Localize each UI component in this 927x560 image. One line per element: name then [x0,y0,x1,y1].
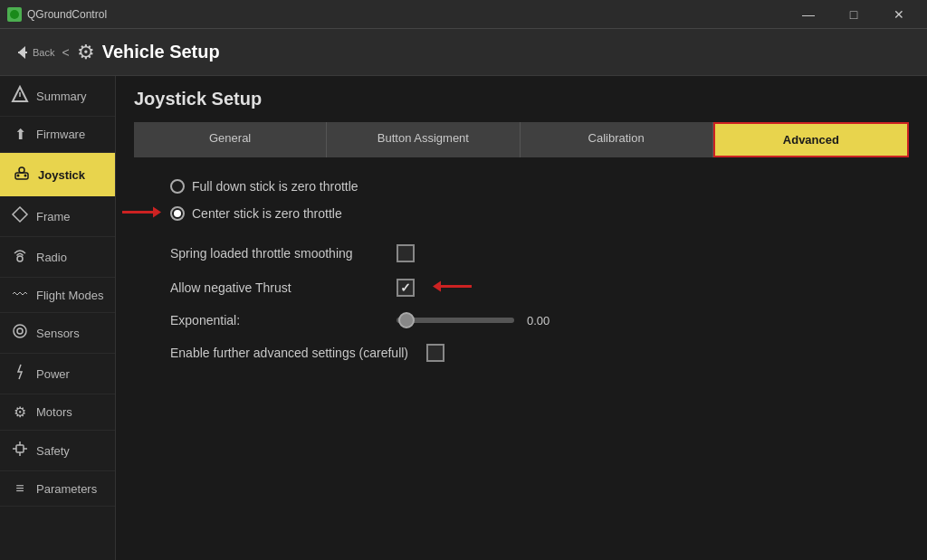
spring-loaded-row: Spring loaded throttle smoothing [170,244,909,262]
spring-loaded-label: Spring loaded throttle smoothing [170,246,378,261]
svg-point-10 [17,256,23,261]
allow-negative-label: Allow negative Thrust [170,280,378,295]
center-arrow-indicator [120,202,161,226]
full-down-throttle-option[interactable]: Full down stick is zero throttle [170,179,909,194]
svg-point-8 [24,175,27,177]
exponential-value: 0.00 [527,314,559,327]
back-button[interactable]: Back [13,44,54,61]
svg-point-6 [19,167,24,173]
sidebar-item-power[interactable]: Power [0,354,115,394]
svg-marker-21 [433,281,441,292]
negative-thrust-arrow-indicator [433,276,473,300]
safety-icon [11,440,29,461]
back-label: Back [33,47,54,58]
settings-content: Full down stick is zero throttle Center … [134,179,909,362]
svg-point-0 [10,10,19,19]
sidebar-label-motors: Motors [36,405,72,419]
sidebar-label-radio: Radio [36,251,67,264]
exponential-slider-track[interactable] [397,318,514,323]
full-down-throttle-label: Full down stick is zero throttle [192,179,358,194]
tab-calibration[interactable]: Calibration [521,122,713,157]
motors-icon: ⚙ [11,403,29,421]
svg-point-11 [14,325,26,337]
page-title: Joystick Setup [134,89,909,109]
app-icon [7,7,22,22]
back-arrow-icon [13,44,29,61]
tab-button-assignment[interactable]: Button Assigment [327,122,520,157]
exponential-label: Exponential: [170,313,378,327]
parameters-icon: ≡ [11,480,29,497]
flight-modes-icon: 〰 [11,287,29,303]
spring-loaded-checkbox[interactable] [397,244,415,262]
center-throttle-option[interactable]: Center stick is zero throttle [170,206,909,221]
sidebar-item-safety[interactable]: Safety [0,431,115,471]
close-button[interactable]: ✕ [878,0,920,29]
sidebar-label-sensors: Sensors [36,327,80,340]
sidebar-label-flight-modes: Flight Modes [36,289,103,302]
app-title: QGroundControl [27,8,107,21]
title-bar-controls: — □ ✕ [788,0,920,29]
sidebar-item-radio[interactable]: Radio [0,237,115,278]
content-area: Joystick Setup General Button Assigment … [116,76,927,560]
sidebar-item-flight-modes[interactable]: 〰 Flight Modes [0,278,115,313]
svg-marker-19 [153,207,161,218]
allow-negative-checkbox[interactable] [397,279,415,297]
advanced-settings-label: Enable further advanced settings (carefu… [170,346,408,360]
full-down-radio-button[interactable] [170,179,185,194]
vehicle-setup-title: Vehicle Setup [102,42,220,62]
svg-marker-9 [13,207,27,222]
maximize-button[interactable]: □ [833,0,874,29]
summary-icon [11,85,29,107]
minimize-button[interactable]: — [788,0,829,29]
sidebar-label-firmware: Firmware [36,128,85,141]
sidebar-item-parameters[interactable]: ≡ Parameters [0,471,115,507]
frame-icon [11,205,29,227]
svg-point-12 [17,328,23,334]
advanced-settings-row: Enable further advanced settings (carefu… [170,344,909,362]
sidebar-label-summary: Summary [36,90,87,103]
radio-icon [11,246,29,268]
allow-negative-row: Allow negative Thrust [170,279,909,297]
sidebar-label-joystick: Joystick [38,168,85,182]
power-icon [11,363,29,384]
tab-general[interactable]: General [134,122,327,157]
exponential-slider-thumb[interactable] [398,312,415,328]
svg-rect-13 [16,445,24,452]
app-window: QGroundControl — □ ✕ Back < ⚙ Vehicle Se… [0,0,927,560]
body-area: Summary ⬆ Firmware Joystick Frame [0,76,927,560]
title-bar: QGroundControl — □ ✕ [0,0,927,29]
advanced-settings-checkbox[interactable] [426,344,444,362]
sidebar-label-power: Power [36,367,70,381]
sidebar-item-joystick[interactable]: Joystick [0,153,115,196]
gear-icon: ⚙ [77,41,95,64]
separator: < [62,45,69,60]
sensors-icon [11,322,29,344]
joystick-icon [13,164,31,185]
svg-point-7 [17,175,20,177]
sidebar-item-frame[interactable]: Frame [0,196,115,237]
center-radio-button[interactable] [170,206,185,221]
sidebar-item-summary[interactable]: Summary [0,76,115,117]
firmware-icon: ⬆ [11,126,29,143]
sidebar-label-parameters: Parameters [36,482,97,496]
exponential-row: Exponential: 0.00 [170,313,909,327]
sidebar-item-sensors[interactable]: Sensors [0,313,115,354]
sidebar: Summary ⬆ Firmware Joystick Frame [0,76,116,560]
title-bar-left: QGroundControl [7,7,107,22]
tab-advanced[interactable]: Advanced [713,122,909,157]
tab-bar: General Button Assigment Calibration Adv… [134,122,909,157]
exponential-slider-container: 0.00 [397,314,559,327]
sidebar-item-motors[interactable]: ⚙ Motors [0,394,115,431]
throttle-radio-group: Full down stick is zero throttle Center … [170,179,909,221]
sidebar-label-safety: Safety [36,444,70,458]
sidebar-label-frame: Frame [36,210,71,223]
sidebar-item-firmware[interactable]: ⬆ Firmware [0,117,115,153]
top-header: Back < ⚙ Vehicle Setup [0,29,927,76]
center-throttle-label: Center stick is zero throttle [192,206,342,221]
